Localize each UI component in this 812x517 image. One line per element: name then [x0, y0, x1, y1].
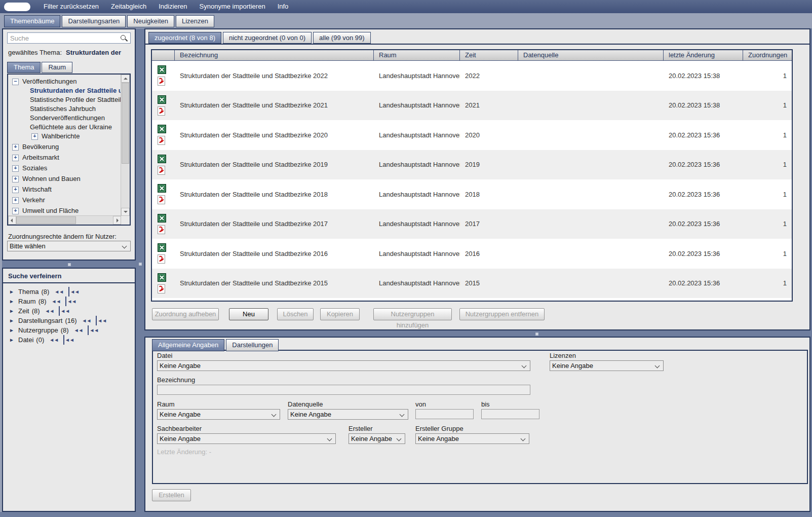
tree-mode-tab[interactable]: Thema	[7, 62, 41, 73]
tree-expander-icon[interactable]: −	[12, 79, 19, 85]
table-row[interactable]: Strukturdaten der Stadtteile und Stadtbe…	[152, 269, 792, 299]
raum-select[interactable]: Keine Angabe	[157, 409, 280, 420]
tree-item[interactable]: Statistische Profile der Stadtteile ur	[8, 95, 121, 104]
table-row[interactable]: Strukturdaten der Stadtteile und Stadtbe…	[152, 179, 792, 209]
column-header[interactable]: Zuordnungen	[743, 50, 792, 60]
tree-item[interactable]: Statistisches Jahrbuch	[8, 104, 121, 114]
rewind-icon[interactable]: ◄◄	[49, 335, 58, 345]
details-tab[interactable]: Darstellungen	[226, 339, 279, 351]
tree-item[interactable]: + Bevölkerung	[8, 142, 121, 152]
tree-expander-icon[interactable]: +	[31, 133, 38, 140]
rewind-to-start-icon[interactable]: ◄◄	[88, 325, 98, 335]
expand-arrow-icon[interactable]: ►	[9, 306, 14, 316]
pdf-file-icon[interactable]	[158, 254, 165, 264]
menu-item[interactable]: Indizieren	[152, 3, 193, 10]
app-tab[interactable]: Lizenzen	[176, 15, 214, 27]
rewind-icon[interactable]: ◄◄	[54, 287, 63, 297]
tree-item[interactable]: Sonderveröffentlichungen	[8, 114, 121, 123]
bis-input[interactable]	[481, 409, 539, 419]
expand-arrow-icon[interactable]: ►	[9, 335, 14, 345]
tree-expander-icon[interactable]: +	[12, 165, 19, 172]
excel-file-icon[interactable]	[158, 65, 166, 74]
tree-item[interactable]: + Soziales	[8, 164, 121, 173]
tree-item[interactable]: Geflüchtete aus der Ukraine	[8, 123, 121, 132]
neu-button[interactable]: Neu	[229, 308, 268, 320]
tree-expander-icon[interactable]: +	[12, 176, 19, 182]
excel-file-icon[interactable]	[158, 125, 166, 133]
column-header[interactable]: Datenquelle	[518, 50, 664, 60]
ersteller-gruppe-select[interactable]: Keine Angabe	[415, 433, 529, 444]
tree-vertical-scrollbar[interactable]	[121, 75, 130, 216]
sachbearbeiter-select[interactable]: Keine Angabe	[157, 433, 336, 444]
rewind-to-start-icon[interactable]: ◄◄	[96, 316, 106, 325]
table-row[interactable]: Strukturdaten der Stadtteile und Stadtbe…	[152, 209, 792, 239]
pdf-file-icon[interactable]	[158, 225, 165, 234]
menu-item[interactable]: Filter zurücksetzen	[37, 3, 105, 10]
scrollbar-thumb[interactable]	[16, 216, 76, 224]
table-row[interactable]: Strukturdaten der Stadtteile und Stadtbe…	[152, 91, 792, 121]
tree-expander-icon[interactable]: +	[12, 197, 19, 204]
rewind-to-start-icon[interactable]: ◄◄	[68, 287, 79, 297]
bezeichnung-input[interactable]	[157, 385, 530, 395]
tree-mode-tab[interactable]: Raum	[42, 62, 72, 73]
nutzergruppen-hinzufügen-button[interactable]: Nutzergruppen hinzufügen	[373, 308, 452, 320]
menu-item[interactable]: Synonyme importieren	[194, 3, 272, 10]
tree-expander-icon[interactable]: +	[12, 187, 19, 193]
column-header[interactable]: Bezeichnung	[175, 50, 374, 60]
column-header[interactable]: Raum	[374, 50, 460, 60]
search-input[interactable]	[7, 32, 131, 44]
rewind-to-start-icon[interactable]: ◄◄	[59, 306, 69, 316]
table-row[interactable]: Strukturdaten der Stadtteile und Stadtbe…	[152, 150, 792, 180]
excel-file-icon[interactable]	[158, 273, 166, 282]
löschen-button[interactable]: Löschen	[277, 308, 314, 320]
rewind-to-start-icon[interactable]: ◄◄	[63, 335, 74, 345]
results-tab[interactable]: alle (99 von 99)	[313, 32, 371, 44]
zuordnung-aufheben-button[interactable]: Zuordnung aufheben	[152, 308, 219, 320]
menu-item[interactable]: Zeitabgleich	[105, 3, 152, 10]
scrollbar-thumb[interactable]	[122, 83, 129, 164]
excel-file-icon[interactable]	[158, 155, 166, 163]
horizontal-splitter[interactable]	[144, 330, 810, 337]
tree-item[interactable]: + Wirtschaft	[8, 185, 121, 194]
excel-file-icon[interactable]	[158, 184, 166, 193]
tree-item[interactable]: + Wahlberichte	[8, 132, 121, 141]
tree-item[interactable]: + Umwelt und Fläche	[8, 206, 121, 215]
tree-expander-icon[interactable]: +	[12, 144, 19, 151]
excel-file-icon[interactable]	[158, 243, 166, 252]
table-row[interactable]: Strukturdaten der Stadtteile und Stadtbe…	[152, 239, 792, 269]
rewind-icon[interactable]: ◄◄	[45, 306, 54, 316]
kopieren-button[interactable]: Kopieren	[320, 308, 360, 320]
expand-arrow-icon[interactable]: ►	[9, 325, 14, 335]
expand-arrow-icon[interactable]: ►	[9, 297, 14, 306]
pdf-file-icon[interactable]	[158, 195, 165, 204]
tree-expander-icon[interactable]: +	[12, 208, 19, 214]
rewind-icon[interactable]: ◄◄	[52, 297, 61, 306]
pdf-file-icon[interactable]	[158, 77, 165, 86]
excel-file-icon[interactable]	[158, 214, 166, 223]
tree-item[interactable]: − Veröffentlichungen	[8, 77, 121, 86]
pdf-file-icon[interactable]	[158, 136, 165, 145]
rewind-icon[interactable]: ◄◄	[74, 325, 83, 335]
search-icon[interactable]	[120, 34, 127, 42]
tree-item[interactable]: + Wohnen und Bauen	[8, 174, 121, 183]
column-header[interactable]: letzte Änderung	[664, 50, 743, 60]
datenquelle-select[interactable]: Keine Angabe	[288, 409, 408, 420]
menu-item[interactable]: Info	[272, 3, 295, 10]
create-button[interactable]: Erstellen	[152, 489, 191, 501]
tree-item[interactable]: + Verkehr	[8, 196, 121, 205]
pdf-file-icon[interactable]	[158, 166, 165, 175]
table-row[interactable]: Strukturdaten der Stadtteile und Stadtbe…	[152, 120, 792, 150]
results-tab[interactable]: zugeordnet (8 von 8)	[148, 32, 221, 44]
app-tab[interactable]: Themenbäume	[4, 15, 60, 27]
nutzergruppen-entfernen-button[interactable]: Nutzergruppen entfernen	[459, 308, 545, 320]
details-tab[interactable]: Allgemeine Angaben	[152, 339, 224, 351]
pdf-file-icon[interactable]	[158, 106, 165, 116]
scroll-right-icon[interactable]	[113, 216, 121, 225]
sidebar-splitter[interactable]	[2, 261, 136, 268]
excel-file-icon[interactable]	[158, 95, 166, 104]
tree-item[interactable]: Strukturdaten der Stadtteile und S	[8, 86, 121, 95]
rewind-icon[interactable]: ◄◄	[82, 316, 91, 325]
lizenzen-select[interactable]: Keine Angabe	[550, 360, 664, 371]
expand-arrow-icon[interactable]: ►	[9, 316, 14, 325]
scroll-down-icon[interactable]	[121, 208, 130, 216]
